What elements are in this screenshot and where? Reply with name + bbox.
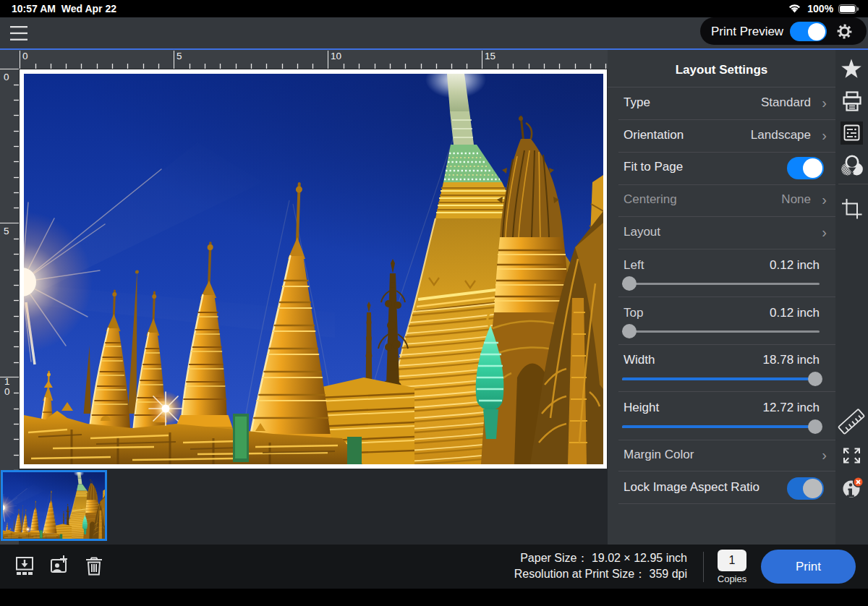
svg-text:0: 0 — [4, 386, 10, 397]
svg-text:15: 15 — [485, 51, 495, 61]
svg-text:10: 10 — [331, 51, 341, 61]
svg-text:1: 1 — [4, 376, 10, 387]
svg-text:5: 5 — [176, 51, 182, 61]
svg-text:5: 5 — [4, 226, 9, 236]
svg-text:0: 0 — [22, 51, 28, 61]
svg-text:0: 0 — [4, 72, 9, 82]
